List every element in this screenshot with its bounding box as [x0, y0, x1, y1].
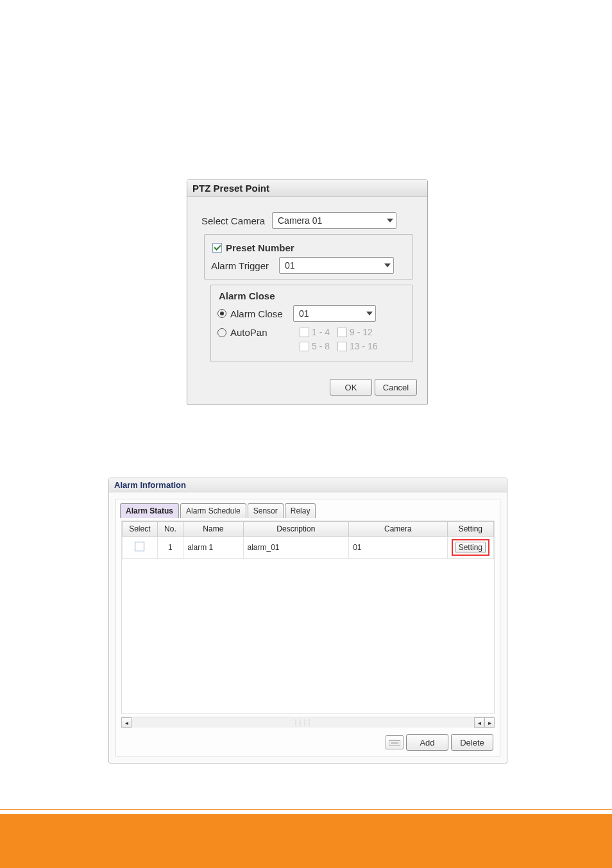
select-camera-label: Select Camera — [201, 215, 272, 226]
select-camera-value: Camera 01 — [278, 215, 322, 226]
alarm-trigger-value: 01 — [285, 260, 295, 271]
alarm-close-radio-label: Alarm Close — [230, 308, 283, 319]
scroll-right-icon[interactable]: ▸ — [484, 717, 495, 728]
alarm-table-wrap: Select No. Name Description Camera Setti… — [121, 521, 495, 714]
scroll-left-icon[interactable]: ◂ — [121, 717, 132, 728]
autopan-check-9-12[interactable] — [337, 328, 347, 337]
autopan-option-label: 5 - 8 — [312, 341, 330, 351]
ptz-dialog-title: PTZ Preset Point — [187, 180, 427, 197]
keyboard-icon[interactable] — [386, 735, 404, 749]
alarm-tabs: Alarm Status Alarm Schedule Sensor Relay — [116, 499, 500, 518]
cancel-button[interactable]: Cancel — [375, 379, 417, 396]
col-setting[interactable]: Setting — [447, 522, 493, 537]
autopan-radio-label: AutoPan — [230, 327, 268, 338]
scroll-grip-icon: ┆┆┆┆ — [294, 719, 312, 726]
autopan-option-label: 1 - 4 — [312, 327, 330, 337]
col-name[interactable]: Name — [183, 522, 243, 537]
row-camera: 01 — [349, 537, 447, 559]
preset-number-checkbox[interactable] — [212, 243, 222, 253]
chevron-down-icon — [366, 312, 373, 315]
alarm-close-radio[interactable] — [217, 309, 226, 318]
alarm-table: Select No. Name Description Camera Setti… — [122, 521, 494, 559]
col-no[interactable]: No. — [157, 522, 183, 537]
scroll-left2-icon[interactable]: ◂ — [474, 717, 484, 728]
alarm-close-dropdown[interactable]: 01 — [293, 305, 376, 322]
ok-button[interactable]: OK — [330, 379, 372, 396]
autopan-check-13-16[interactable] — [337, 342, 347, 351]
autopan-options: 1 - 4 9 - 12 5 - 8 13 - 16 — [300, 327, 378, 351]
tab-alarm-schedule[interactable]: Alarm Schedule — [180, 503, 246, 518]
row-desc: alarm_01 — [243, 537, 349, 559]
delete-button[interactable]: Delete — [451, 734, 493, 751]
preset-number-group: Preset Number Alarm Trigger 01 — [204, 234, 413, 280]
add-button[interactable]: Add — [406, 734, 448, 751]
autopan-check-1-4[interactable] — [300, 328, 309, 337]
autopan-radio[interactable] — [217, 328, 226, 337]
alarm-info-panel: Alarm Information Alarm Status Alarm Sch… — [108, 478, 507, 764]
tab-alarm-status[interactable]: Alarm Status — [120, 503, 179, 518]
row-setting-highlight: Setting — [452, 539, 489, 556]
row-select-checkbox[interactable] — [135, 542, 144, 551]
alarm-close-group-label: Alarm Close — [219, 290, 275, 301]
ptz-dialog-body: Select Camera Camera 01 Preset Number Al… — [187, 197, 427, 379]
autopan-option-label: 13 - 16 — [350, 341, 378, 351]
horizontal-scrollbar[interactable]: ◂ ┆┆┆┆ ◂ ▸ — [121, 717, 495, 728]
alarm-close-group: Alarm Close Alarm Close 01 AutoP — [210, 285, 413, 362]
autopan-option-label: 9 - 12 — [350, 327, 373, 337]
preset-number-label: Preset Number — [226, 242, 294, 253]
alarm-trigger-label: Alarm Trigger — [211, 260, 279, 271]
row-name: alarm 1 — [183, 537, 243, 559]
ptz-preset-dialog: PTZ Preset Point Select Camera Camera 01… — [187, 179, 428, 405]
select-camera-dropdown[interactable]: Camera 01 — [272, 212, 396, 229]
autopan-check-5-8[interactable] — [300, 342, 309, 351]
table-row[interactable]: 1 alarm 1 alarm_01 01 Setting — [123, 537, 494, 559]
row-setting-button[interactable]: Setting — [455, 542, 486, 553]
chevron-down-icon — [384, 263, 391, 267]
chevron-down-icon — [387, 219, 393, 222]
col-desc[interactable]: Description — [243, 522, 349, 537]
svg-rect-0 — [389, 740, 400, 746]
tab-sensor[interactable]: Sensor — [248, 503, 284, 518]
tab-relay[interactable]: Relay — [285, 503, 316, 518]
alarm-close-value: 01 — [299, 308, 309, 319]
alarm-info-title: Alarm Information — [109, 478, 507, 492]
row-no: 1 — [157, 537, 183, 559]
col-select[interactable]: Select — [123, 522, 158, 537]
footer-band — [0, 814, 612, 868]
alarm-trigger-dropdown[interactable]: 01 — [279, 257, 394, 274]
col-camera[interactable]: Camera — [349, 522, 447, 537]
